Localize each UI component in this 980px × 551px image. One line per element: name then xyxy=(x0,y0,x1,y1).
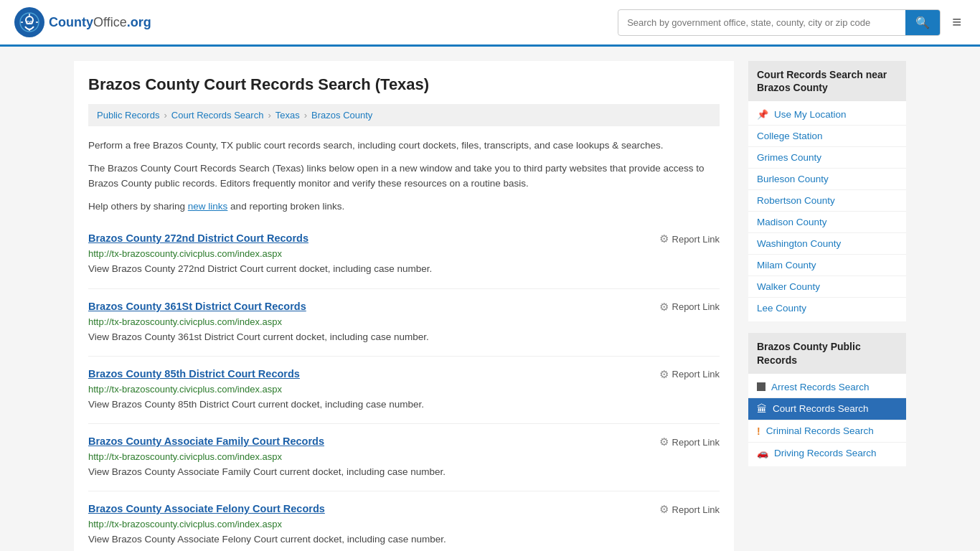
menu-icon[interactable]: ≡ xyxy=(948,9,966,36)
building-icon: 🏛 xyxy=(757,403,767,415)
record-title-2[interactable]: Brazos County 85th District Court Record… xyxy=(88,368,300,380)
nearby-link-label-8: Walker County xyxy=(757,281,820,292)
pub-link-0[interactable]: Arrest Records Search xyxy=(748,377,906,398)
car-icon: 🚗 xyxy=(757,448,768,458)
page-title: Brazos County Court Records Search (Texa… xyxy=(88,75,720,94)
record-url-4[interactable]: http://tx-brazoscounty.civicplus.com/ind… xyxy=(88,519,720,529)
pub-link-label-2: Criminal Records Search xyxy=(766,425,874,436)
pub-link-3[interactable]: 🚗Driving Records Search xyxy=(748,443,906,463)
nearby-links: 📌Use My LocationCollege StationGrimes Co… xyxy=(748,101,906,321)
pub-link-label-1: Court Records Search xyxy=(773,403,869,414)
breadcrumb: Public Records › Court Records Search › … xyxy=(88,104,720,126)
nearby-link-label-0: Use My Location xyxy=(774,109,847,120)
nearby-link-5[interactable]: Madison County xyxy=(748,212,906,233)
search-input[interactable] xyxy=(618,11,905,34)
breadcrumb-sep-2: › xyxy=(268,110,270,121)
record-url-0[interactable]: http://tx-brazoscounty.civicplus.com/ind… xyxy=(88,248,720,259)
record-item: Brazos County 272nd District Court Recor… xyxy=(88,221,720,288)
record-header: Brazos County 272nd District Court Recor… xyxy=(88,232,720,245)
logo-text: CountyOffice.org xyxy=(49,15,151,30)
record-title-4[interactable]: Brazos County Associate Felony Court Rec… xyxy=(88,503,325,514)
desc3-after: and reporting broken links. xyxy=(227,201,344,212)
report-icon-3: ⚙ xyxy=(659,435,669,448)
pub-link-label-3: Driving Records Search xyxy=(774,448,877,458)
report-link-4[interactable]: ⚙ Report Link xyxy=(659,503,720,516)
header: CO CountyOffice.org 🔍 ≡ xyxy=(0,0,980,47)
nearby-section-title: Court Records Search near Brazos County xyxy=(748,61,906,101)
record-item: Brazos County 361St District Court Recor… xyxy=(88,289,720,357)
pub-link-2[interactable]: !Criminal Records Search xyxy=(748,420,906,443)
pub-link-1[interactable]: 🏛Court Records Search xyxy=(748,398,906,420)
nearby-link-label-5: Madison County xyxy=(757,217,827,227)
report-icon-1: ⚙ xyxy=(659,301,669,314)
nearby-link-label-1: College Station xyxy=(757,131,823,141)
nearby-link-2[interactable]: Grimes County xyxy=(748,147,906,169)
nearby-link-1[interactable]: College Station xyxy=(748,126,906,147)
report-icon-4: ⚙ xyxy=(659,503,669,516)
nearby-link-label-9: Lee County xyxy=(757,303,806,314)
content-area: Brazos County Court Records Search (Texa… xyxy=(74,61,734,551)
breadcrumb-court-records[interactable]: Court Records Search xyxy=(171,110,264,121)
record-desc-3: View Brazos County Associate Family Cour… xyxy=(88,465,720,479)
exclaim-icon: ! xyxy=(757,425,760,437)
nearby-link-9[interactable]: Lee County xyxy=(748,298,906,319)
nearby-link-3[interactable]: Burleson County xyxy=(748,169,906,190)
nearby-link-7[interactable]: Milam County xyxy=(748,255,906,276)
logo-area: CO CountyOffice.org xyxy=(14,7,151,37)
record-item: Brazos County Associate Family Court Rec… xyxy=(88,424,720,491)
logo-icon: CO xyxy=(14,7,44,37)
record-url-1[interactable]: http://tx-brazoscounty.civicplus.com/ind… xyxy=(88,316,720,327)
description-2: The Brazos County Court Records Search (… xyxy=(88,161,720,192)
breadcrumb-sep-3: › xyxy=(304,110,307,121)
breadcrumb-texas[interactable]: Texas xyxy=(275,110,300,121)
report-link-1[interactable]: ⚙ Report Link xyxy=(659,301,720,314)
record-title-3[interactable]: Brazos County Associate Family Court Rec… xyxy=(88,435,324,447)
public-records-title: Brazos County Public Records xyxy=(748,333,906,373)
nearby-link-label-4: Robertson County xyxy=(757,195,835,206)
record-title-1[interactable]: Brazos County 361St District Court Recor… xyxy=(88,301,306,312)
record-url-2[interactable]: http://tx-brazoscounty.civicplus.com/ind… xyxy=(88,384,720,395)
report-link-3[interactable]: ⚙ Report Link xyxy=(659,435,720,448)
pub-link-label-0: Arrest Records Search xyxy=(771,382,870,392)
main-container: Brazos County Court Records Search (Texa… xyxy=(60,47,920,551)
record-item: Brazos County 85th District Court Record… xyxy=(88,357,720,424)
nearby-link-4[interactable]: Robertson County xyxy=(748,190,906,212)
record-item: Brazos County Associate Felony Court Rec… xyxy=(88,491,720,551)
nearby-link-6[interactable]: Washington County xyxy=(748,233,906,255)
record-header: Brazos County 85th District Court Record… xyxy=(88,368,720,381)
breadcrumb-public-records[interactable]: Public Records xyxy=(97,110,159,121)
report-link-0[interactable]: ⚙ Report Link xyxy=(659,232,720,245)
records-list: Brazos County 272nd District Court Recor… xyxy=(88,221,720,551)
svg-text:CO: CO xyxy=(26,20,34,25)
record-header: Brazos County Associate Felony Court Rec… xyxy=(88,503,720,516)
report-link-2[interactable]: ⚙ Report Link xyxy=(659,368,720,381)
record-url-3[interactable]: http://tx-brazoscounty.civicplus.com/ind… xyxy=(88,451,720,462)
header-right: 🔍 ≡ xyxy=(618,9,966,36)
nearby-link-label-3: Burleson County xyxy=(757,174,829,184)
pin-icon: 📌 xyxy=(757,109,768,120)
description-1: Perform a free Brazos County, TX public … xyxy=(88,138,720,154)
new-links-link[interactable]: new links xyxy=(188,201,228,212)
record-desc-0: View Brazos County 272nd District Court … xyxy=(88,262,720,276)
record-title-0[interactable]: Brazos County 272nd District Court Recor… xyxy=(88,232,308,244)
record-desc-1: View Brazos County 361st District Court … xyxy=(88,330,720,344)
breadcrumb-sep-1: › xyxy=(164,110,166,121)
breadcrumb-brazos-county[interactable]: Brazos County xyxy=(311,110,372,121)
report-icon-0: ⚙ xyxy=(659,232,669,245)
nearby-link-0[interactable]: 📌Use My Location xyxy=(748,104,906,126)
square-icon xyxy=(757,382,765,391)
search-bar: 🔍 xyxy=(618,9,941,36)
record-desc-2: View Brazos County 85th District Court c… xyxy=(88,397,720,412)
nearby-section: Court Records Search near Brazos County … xyxy=(748,61,906,321)
nearby-link-8[interactable]: Walker County xyxy=(748,276,906,298)
public-records-section: Brazos County Public Records Arrest Reco… xyxy=(748,333,906,466)
record-header: Brazos County 361St District Court Recor… xyxy=(88,301,720,314)
record-header: Brazos County Associate Family Court Rec… xyxy=(88,435,720,448)
nearby-link-label-2: Grimes County xyxy=(757,152,821,163)
pub-records-links: Arrest Records Search🏛Court Records Sear… xyxy=(748,374,906,466)
nearby-link-label-7: Milam County xyxy=(757,260,816,270)
record-desc-4: View Brazos County Associate Felony Cour… xyxy=(88,532,720,547)
description-3: Help others by sharing new links and rep… xyxy=(88,199,720,215)
search-button[interactable]: 🔍 xyxy=(905,10,940,35)
nearby-link-label-6: Washington County xyxy=(757,238,841,249)
